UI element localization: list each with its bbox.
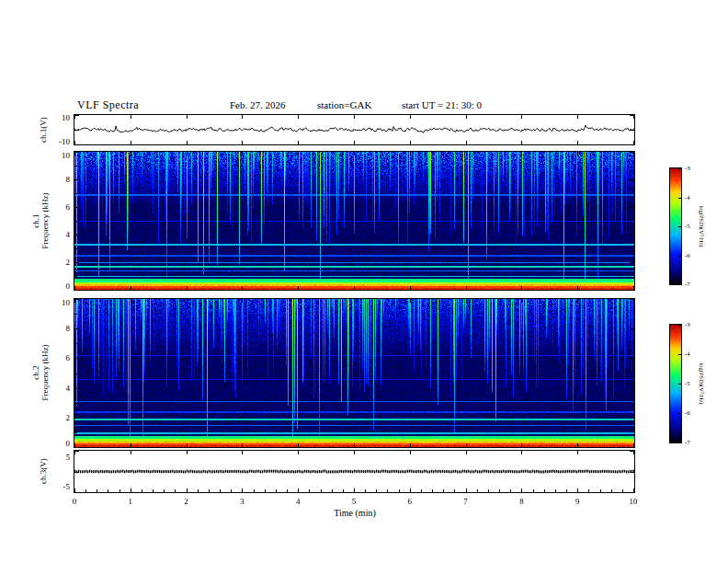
x-major-tick xyxy=(354,488,355,492)
y-major-tick xyxy=(74,152,79,153)
ch3v-axis-label: ch.3(V) xyxy=(39,458,48,484)
colorbar1-label: log(PSD)(V²/Hz) xyxy=(699,206,705,247)
x-minor-tick xyxy=(321,489,322,492)
y-major-tick xyxy=(630,130,634,131)
x-minor-tick xyxy=(399,489,400,492)
x-minor-tick xyxy=(566,489,567,492)
x-major-tick xyxy=(131,299,131,303)
y-tick-label: 8 xyxy=(46,175,70,184)
vlf-spectra-figure: VLF Spectra Feb. 27. 2026 station=GAK st… xyxy=(0,0,728,563)
y-major-tick xyxy=(74,235,79,236)
x-minor-tick xyxy=(376,489,377,492)
y-minor-tick xyxy=(74,193,77,194)
x-minor-tick xyxy=(343,489,344,492)
y-major-tick xyxy=(630,492,634,493)
colorbar-tick-label: -5 xyxy=(685,380,690,387)
y-major-tick xyxy=(74,492,79,493)
x-minor-tick xyxy=(209,489,210,492)
colorbar-tick-label: -7 xyxy=(685,281,690,288)
x-minor-tick xyxy=(533,489,534,492)
x-major-tick xyxy=(466,152,467,155)
x-major-tick xyxy=(577,141,578,144)
x-major-tick xyxy=(131,443,131,447)
colorbar-tick xyxy=(678,413,681,414)
colorbar-tick-label: -6 xyxy=(685,409,690,417)
spec1-ylabel: Frequency (kHz) xyxy=(40,192,50,248)
x-major-tick xyxy=(242,286,243,290)
y-major-tick xyxy=(630,262,634,263)
colorbar-tick-label: -3 xyxy=(685,321,690,328)
x-major-tick xyxy=(187,141,188,144)
x-major-tick xyxy=(466,115,467,119)
x-tick-label: 4 xyxy=(296,497,301,506)
y-major-tick xyxy=(74,299,79,300)
x-major-tick xyxy=(410,141,411,144)
colorbar-tick xyxy=(678,198,681,199)
y-tick-label: 6 xyxy=(46,202,70,212)
x-tick-label: 7 xyxy=(463,497,468,506)
x-major-tick xyxy=(577,299,578,303)
x-minor-tick xyxy=(332,489,333,492)
x-major-tick xyxy=(242,443,243,447)
y-tick-label: 4 xyxy=(46,384,70,393)
x-minor-tick xyxy=(220,489,221,492)
x-minor-tick xyxy=(611,489,612,492)
x-major-tick xyxy=(242,141,243,144)
y-major-tick xyxy=(74,207,79,208)
ch3-waveform-panel xyxy=(74,450,635,493)
y-tick-label: 0 xyxy=(46,439,70,448)
y-major-tick xyxy=(630,447,634,448)
y-major-tick xyxy=(630,328,634,329)
x-major-tick xyxy=(410,152,411,155)
y-tick-label: 10 xyxy=(46,113,70,122)
y-tick-label: 8 xyxy=(46,324,70,333)
x-minor-tick xyxy=(108,489,108,492)
colorbar2-label: log(PSD)(V²/Hz) xyxy=(699,363,705,405)
x-minor-tick xyxy=(588,489,589,492)
y-minor-tick xyxy=(74,248,77,249)
x-major-tick xyxy=(521,141,522,144)
colorbar-tick-label: -4 xyxy=(685,350,690,358)
x-axis-label: Time (min) xyxy=(334,508,375,518)
x-major-tick xyxy=(298,115,299,119)
y-major-tick xyxy=(74,144,79,145)
colorbar-tick xyxy=(678,256,681,257)
y-major-tick xyxy=(74,179,79,180)
x-major-tick xyxy=(410,451,411,454)
x-major-tick xyxy=(354,141,355,144)
station-label: station=GAK xyxy=(317,99,371,110)
x-tick-label: 5 xyxy=(352,497,357,506)
y-major-tick xyxy=(630,358,634,359)
y-tick-label: 5 xyxy=(46,453,70,462)
x-major-tick xyxy=(354,152,355,155)
x-major-tick xyxy=(466,286,467,290)
x-major-tick xyxy=(298,299,299,303)
y-minor-tick xyxy=(74,314,77,315)
colorbar-tick xyxy=(678,384,681,385)
y-major-tick xyxy=(74,358,79,359)
x-major-tick xyxy=(354,299,355,303)
y-major-tick xyxy=(630,207,634,208)
ch2-spectrogram-canvas xyxy=(74,299,634,447)
x-tick-label: 1 xyxy=(129,497,133,506)
x-tick-label: 10 xyxy=(630,497,638,506)
y-minor-tick xyxy=(74,166,77,167)
y-major-tick xyxy=(630,115,634,116)
x-major-tick xyxy=(521,443,522,447)
ch2-spectrogram-panel xyxy=(74,298,635,448)
x-major-tick xyxy=(187,286,188,290)
x-major-tick xyxy=(410,299,411,303)
x-minor-tick xyxy=(432,489,433,492)
y-minor-tick xyxy=(74,343,77,344)
x-minor-tick xyxy=(153,489,154,492)
y-minor-tick xyxy=(74,221,77,222)
y-major-tick xyxy=(630,472,634,473)
x-minor-tick xyxy=(387,489,388,492)
x-minor-tick xyxy=(600,489,601,492)
y-tick-label: -10 xyxy=(46,137,70,146)
x-major-tick xyxy=(410,286,411,290)
y-major-tick xyxy=(74,328,79,329)
x-major-tick xyxy=(131,152,131,155)
y-major-tick xyxy=(630,144,634,145)
x-major-tick xyxy=(187,451,188,454)
